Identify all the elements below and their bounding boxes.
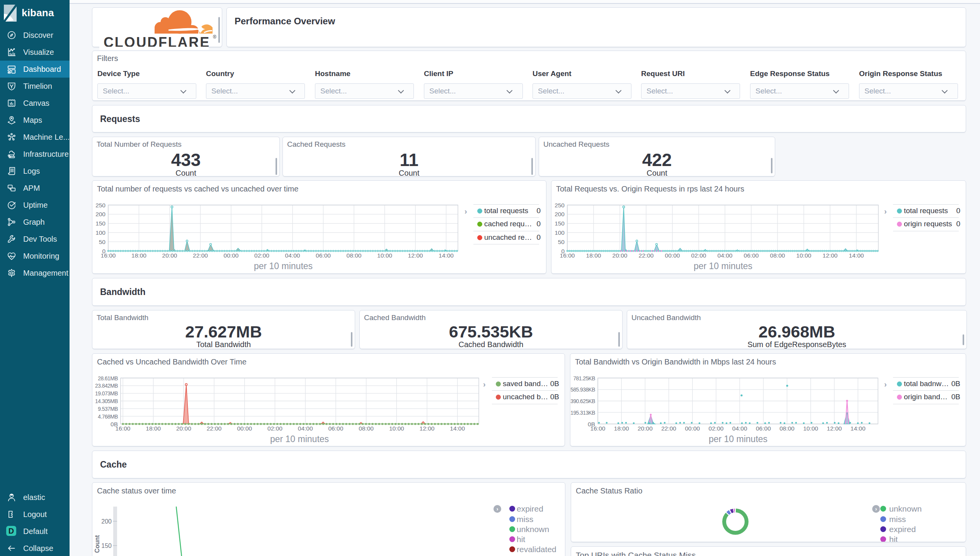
svg-text:12:00: 12:00 — [408, 252, 423, 259]
svg-text:20:00: 20:00 — [612, 252, 628, 259]
svg-text:150: 150 — [95, 220, 105, 227]
svg-text:22:00: 22:00 — [639, 252, 654, 259]
svg-text:04:00: 04:00 — [285, 252, 300, 259]
svg-text:150: 150 — [101, 542, 112, 549]
svg-text:06:00: 06:00 — [316, 252, 331, 259]
svg-text:10:00: 10:00 — [377, 252, 392, 259]
svg-text:02:00: 02:00 — [254, 252, 269, 259]
svg-text:00:00: 00:00 — [685, 425, 700, 432]
svg-text:14:00: 14:00 — [851, 425, 866, 432]
svg-text:20:00: 20:00 — [176, 425, 191, 432]
svg-text:Count: Count — [94, 535, 100, 553]
svg-text:08:00: 08:00 — [770, 252, 785, 259]
svg-text:195.313KB: 195.313KB — [570, 410, 595, 416]
svg-text:100: 100 — [555, 229, 565, 236]
svg-text:585.938KB: 585.938KB — [570, 387, 595, 393]
svg-text:08:00: 08:00 — [779, 425, 795, 432]
svg-text:18:00: 18:00 — [146, 425, 161, 432]
svg-text:16:00: 16:00 — [590, 425, 606, 432]
svg-text:250: 250 — [95, 202, 105, 208]
svg-text:150: 150 — [555, 220, 565, 227]
svg-text:19.073MB: 19.073MB — [95, 391, 118, 397]
svg-text:14:00: 14:00 — [849, 252, 864, 259]
svg-text:18:00: 18:00 — [586, 252, 601, 259]
svg-text:14:00: 14:00 — [439, 252, 454, 259]
svg-text:02:00: 02:00 — [267, 425, 282, 432]
svg-text:12:00: 12:00 — [420, 425, 435, 432]
svg-text:00:00: 00:00 — [237, 425, 252, 432]
svg-text:00:00: 00:00 — [665, 252, 680, 259]
svg-text:12:00: 12:00 — [823, 252, 838, 259]
svg-text:390.625KB: 390.625KB — [570, 398, 595, 404]
svg-text:16:00: 16:00 — [101, 252, 116, 259]
svg-text:06:00: 06:00 — [328, 425, 344, 432]
svg-text:16:00: 16:00 — [116, 425, 131, 432]
svg-text:10:00: 10:00 — [796, 252, 812, 259]
svg-text:20:00: 20:00 — [162, 252, 177, 259]
svg-text:16:00: 16:00 — [560, 252, 575, 259]
svg-text:10:00: 10:00 — [389, 425, 404, 432]
svg-text:04:00: 04:00 — [718, 252, 733, 259]
svg-text:14.305MB: 14.305MB — [95, 398, 118, 404]
svg-text:per 10 minutes: per 10 minutes — [254, 261, 313, 271]
svg-text:00:00: 00:00 — [224, 252, 239, 259]
svg-text:per 10 minutes: per 10 minutes — [709, 434, 767, 444]
svg-text:02:00: 02:00 — [709, 425, 724, 432]
svg-text:200: 200 — [95, 211, 105, 217]
svg-text:02:00: 02:00 — [691, 252, 706, 259]
svg-text:18:00: 18:00 — [131, 252, 146, 259]
svg-text:50: 50 — [99, 239, 106, 245]
svg-text:04:00: 04:00 — [732, 425, 747, 432]
svg-text:12:00: 12:00 — [827, 425, 842, 432]
svg-text:18:00: 18:00 — [614, 425, 629, 432]
svg-text:100: 100 — [95, 229, 105, 236]
svg-text:®: ® — [213, 34, 216, 40]
svg-text:200: 200 — [555, 211, 565, 217]
svg-text:10:00: 10:00 — [803, 425, 818, 432]
svg-text:22:00: 22:00 — [661, 425, 676, 432]
svg-text:250: 250 — [555, 202, 565, 208]
svg-text:06:00: 06:00 — [756, 425, 771, 432]
svg-text:20:00: 20:00 — [638, 425, 653, 432]
svg-text:08:00: 08:00 — [347, 252, 362, 259]
svg-text:50: 50 — [558, 239, 565, 245]
svg-text:4.768MB: 4.768MB — [98, 414, 118, 420]
svg-text:per 10 minutes: per 10 minutes — [270, 434, 329, 444]
svg-text:23.842MB: 23.842MB — [95, 383, 118, 389]
svg-text:22:00: 22:00 — [193, 252, 208, 259]
svg-text:08:00: 08:00 — [359, 425, 374, 432]
svg-text:781.25KB: 781.25KB — [573, 376, 595, 381]
svg-text:per 10 minutes: per 10 minutes — [694, 261, 752, 271]
svg-text:200: 200 — [101, 518, 112, 525]
svg-text:06:00: 06:00 — [744, 252, 759, 259]
svg-text:28.61MB: 28.61MB — [98, 376, 118, 381]
svg-text:04:00: 04:00 — [298, 425, 313, 432]
svg-text:22:00: 22:00 — [207, 425, 222, 432]
svg-text:14:00: 14:00 — [450, 425, 465, 432]
svg-text:9.537MB: 9.537MB — [98, 406, 118, 412]
svg-text:CLOUDFLARE: CLOUDFLARE — [104, 34, 210, 47]
